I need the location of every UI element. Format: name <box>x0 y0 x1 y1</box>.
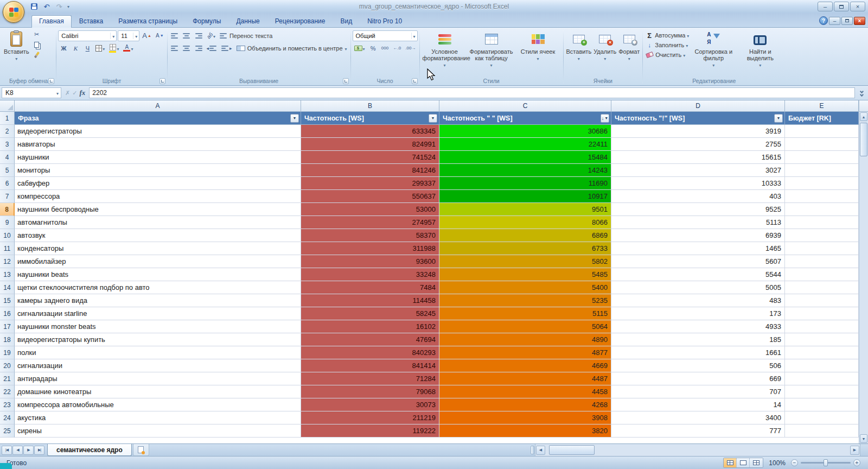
cell-c[interactable]: 5235 <box>439 294 611 307</box>
conditional-formatting-button[interactable]: Условное форматирование <box>422 29 468 69</box>
workbook-minimize-button[interactable]: – <box>829 17 840 25</box>
cell-e[interactable] <box>785 359 859 372</box>
cell-b[interactable]: 47694 <box>301 333 439 346</box>
ribbon-tab-1[interactable]: Главная <box>31 15 72 28</box>
fill-button[interactable]: ↓Заполнить <box>644 40 690 50</box>
row-number[interactable]: 3 <box>0 138 15 151</box>
cell-phrase[interactable]: видеорегистраторы купить <box>15 333 301 346</box>
vertical-scroll-thumb[interactable] <box>860 123 867 156</box>
first-sheet-button[interactable]: |◀ <box>2 446 12 455</box>
filter-sorted-button[interactable]: ↓ <box>601 114 609 123</box>
row-number[interactable]: 9 <box>0 216 15 229</box>
cell-c[interactable]: 22411 <box>439 138 611 151</box>
cell-e[interactable] <box>785 255 859 268</box>
cell-d[interactable]: 3027 <box>611 164 785 177</box>
underline-button[interactable]: Ч <box>82 43 93 53</box>
row-number[interactable]: 6 <box>0 177 15 190</box>
format-cells-button[interactable]: ✱ Формат <box>617 29 641 63</box>
scroll-right-button[interactable]: ▶ <box>850 446 859 455</box>
vertical-scrollbar[interactable]: ▲ ▼ <box>859 100 868 443</box>
cell-d[interactable]: 14 <box>611 398 785 411</box>
cell-e[interactable] <box>785 190 859 203</box>
percent-format-button[interactable]: % <box>368 43 379 53</box>
cell-phrase[interactable]: сигнализации <box>15 359 301 372</box>
cell-styles-button[interactable]: Стили ячеек <box>515 29 561 63</box>
row-number[interactable]: 10 <box>0 229 15 242</box>
cell-d[interactable]: 506 <box>611 359 785 372</box>
cell-phrase[interactable]: компрессора <box>15 190 301 203</box>
cell-e[interactable] <box>785 164 859 177</box>
cell-c[interactable]: 14243 <box>439 164 611 177</box>
font-name-combo[interactable]: Calibri <box>58 30 117 41</box>
cell-c[interactable]: 4890 <box>439 333 611 346</box>
row-number[interactable]: 22 <box>0 385 15 398</box>
orientation-button[interactable]: аб <box>205 31 217 41</box>
row-number[interactable]: 2 <box>0 125 15 138</box>
cell-c[interactable]: 4458 <box>439 385 611 398</box>
cell-phrase[interactable]: сигнализации starline <box>15 307 301 320</box>
cell-d[interactable]: 5005 <box>611 281 785 294</box>
row-number[interactable]: 11 <box>0 242 15 255</box>
row-number[interactable]: 5 <box>0 164 15 177</box>
cell-b[interactable]: 840293 <box>301 346 439 359</box>
cell-c[interactable]: 6869 <box>439 229 611 242</box>
cell-c[interactable]: 5400 <box>439 281 611 294</box>
alignment-dialog-launcher[interactable] <box>343 78 349 84</box>
cell-e[interactable] <box>785 216 859 229</box>
cell-phrase[interactable]: щетки стеклоочистителя подбор по авто <box>15 281 301 294</box>
clipboard-dialog-launcher[interactable] <box>48 78 54 84</box>
workbook-restore-button[interactable] <box>841 17 853 25</box>
previous-sheet-button[interactable]: ◀ <box>12 446 23 455</box>
format-as-table-button[interactable]: Форматировать как таблицу <box>468 29 515 69</box>
ribbon-tab-7[interactable]: Вид <box>333 15 360 27</box>
cell-d[interactable]: 5113 <box>611 216 785 229</box>
cell-d[interactable]: 185 <box>611 333 785 346</box>
cell-d[interactable]: 3919 <box>611 125 785 138</box>
cell-b[interactable]: 33248 <box>301 268 439 281</box>
cell-e[interactable] <box>785 138 859 151</box>
cell-e[interactable] <box>785 242 859 255</box>
row-number[interactable]: 24 <box>0 411 15 424</box>
cell-b[interactable]: 824991 <box>301 138 439 151</box>
align-bottom-button[interactable] <box>193 31 204 41</box>
help-button[interactable]: ? <box>819 16 828 25</box>
grow-font-button[interactable]: А▲ <box>141 31 153 41</box>
close-button[interactable]: × <box>850 2 865 11</box>
filter-button[interactable] <box>290 114 299 123</box>
cell-b[interactable]: 71284 <box>301 372 439 385</box>
select-all-corner[interactable] <box>0 100 15 111</box>
cell-e[interactable] <box>785 203 859 216</box>
delete-cells-button[interactable]: × Удалить <box>592 29 617 63</box>
cancel-icon[interactable]: ✗ <box>65 90 70 97</box>
row-number[interactable]: 16 <box>0 307 15 320</box>
cell-b[interactable]: 7484 <box>301 281 439 294</box>
cell-d[interactable]: 1465 <box>611 242 785 255</box>
cell-b[interactable]: 550637 <box>301 190 439 203</box>
cell-c[interactable]: 5115 <box>439 307 611 320</box>
sort-filter-button[interactable]: Сортировка и фильтр <box>690 29 737 69</box>
insert-function-button[interactable]: fx <box>79 88 85 97</box>
zoom-track[interactable] <box>801 462 851 464</box>
name-box[interactable]: K8 <box>2 87 61 98</box>
cell-c[interactable]: 4268 <box>439 398 611 411</box>
scroll-up-button[interactable]: ▲ <box>860 112 867 121</box>
column-header-e[interactable]: E <box>785 100 859 111</box>
cell-e[interactable] <box>785 424 859 438</box>
wrap-text-button[interactable]: Перенос текста <box>218 30 275 41</box>
cell-phrase[interactable]: компрессора автомобильные <box>15 398 301 411</box>
row-number[interactable]: 23 <box>0 398 15 411</box>
cell-b[interactable]: 274957 <box>301 216 439 229</box>
cell-e[interactable] <box>785 346 859 359</box>
cell-d[interactable]: 4933 <box>611 320 785 333</box>
sheet-tab-active[interactable]: семантическое ядро <box>47 444 132 456</box>
insert-cells-button[interactable]: + Вставить <box>565 29 593 63</box>
cell-d[interactable]: 15615 <box>611 151 785 164</box>
comma-format-button[interactable]: 000 <box>380 43 391 53</box>
currency-format-button[interactable]: $ <box>353 43 367 53</box>
zoom-out-button[interactable]: − <box>791 459 798 466</box>
find-select-button[interactable]: Найти и выделить <box>737 29 783 69</box>
cell-b[interactable]: 311988 <box>301 242 439 255</box>
restore-button[interactable] <box>834 2 849 11</box>
cell-phrase[interactable]: автозвук <box>15 229 301 242</box>
cell-d[interactable]: 173 <box>611 307 785 320</box>
